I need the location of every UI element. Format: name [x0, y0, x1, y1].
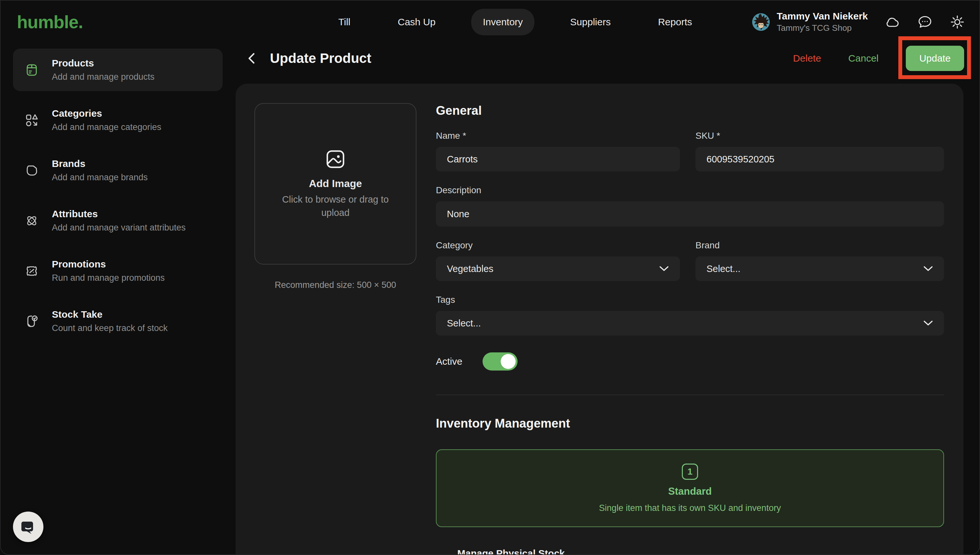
- user-name: Tammy Van Niekerk: [777, 11, 868, 22]
- sidebar-item-label: Promotions: [52, 259, 165, 270]
- page-header: Update Product Delete Cancel Update: [235, 44, 965, 73]
- sidebar-item-label: Products: [52, 58, 155, 69]
- general-heading: General: [436, 104, 944, 118]
- sidebar-item-promotions[interactable]: Promotions Run and manage promotions: [13, 250, 223, 292]
- description-input[interactable]: None: [436, 201, 944, 226]
- update-button[interactable]: Update: [906, 46, 964, 71]
- section-divider: [436, 395, 944, 395]
- chevron-down-icon: [659, 266, 669, 272]
- recommended-size-hint: Recommended size: 500 × 500: [255, 280, 416, 290]
- tags-select[interactable]: Select...: [436, 311, 944, 335]
- cancel-button[interactable]: Cancel: [849, 53, 879, 64]
- sidebar-item-desc: Count and keep track of stock: [52, 323, 168, 333]
- page-title: Update Product: [270, 51, 372, 66]
- products-box-icon: [25, 63, 39, 77]
- sidebar-item-desc: Add and manage brands: [52, 172, 148, 183]
- chat-smile-icon: [19, 518, 37, 536]
- sidebar-item-products[interactable]: Products Add and manage products: [13, 49, 223, 91]
- cloud-icon[interactable]: [885, 14, 900, 30]
- delete-button[interactable]: Delete: [793, 53, 821, 64]
- image-placeholder-icon: [325, 149, 346, 170]
- sidebar-item-label: Brands: [52, 158, 148, 169]
- nav-tab-cash-up[interactable]: Cash Up: [386, 9, 447, 35]
- brand-select[interactable]: Select...: [695, 257, 944, 281]
- category-select[interactable]: Vegetables: [436, 257, 680, 281]
- sidebar-item-categories[interactable]: Categories Add and manage categories: [13, 99, 223, 141]
- single-item-icon: 1: [682, 464, 698, 480]
- nav-tab-till[interactable]: Till: [327, 9, 362, 35]
- sidebar-item-desc: Add and manage variant attributes: [52, 223, 186, 233]
- category-value: Vegetables: [447, 263, 493, 274]
- inventory-mode-standard-card[interactable]: 1 Standard Single item that has its own …: [436, 449, 944, 527]
- brand-tag-icon: [25, 164, 39, 178]
- manage-physical-stock-label: Manage Physical Stock: [457, 548, 742, 555]
- sku-label: SKU *: [695, 131, 944, 141]
- humble-logo: humble.: [17, 0, 83, 44]
- user-cluster: Tammy Van Niekerk Tammy's TCG Shop: [752, 0, 965, 44]
- sidebar-item-desc: Run and manage promotions: [52, 273, 165, 283]
- sidebar-item-label: Stock Take: [52, 309, 168, 320]
- description-label: Description: [436, 185, 944, 196]
- name-label: Name *: [436, 131, 680, 141]
- sidebar-item-label: Attributes: [52, 209, 186, 220]
- atom-icon: [25, 213, 39, 228]
- main-nav: Till Cash Up Inventory Suppliers Reports: [327, 0, 703, 44]
- user-org: Tammy's TCG Shop: [777, 23, 868, 33]
- nav-tab-reports[interactable]: Reports: [646, 9, 703, 35]
- nav-tab-inventory[interactable]: Inventory: [471, 9, 535, 35]
- product-form: General Name * SKU * Description None Ca…: [436, 104, 944, 555]
- update-product-panel: Add Image Click to browse or drag to upl…: [235, 83, 964, 555]
- sidebar: Products Add and manage products Categor…: [0, 49, 235, 350]
- sidebar-item-desc: Add and manage categories: [52, 122, 162, 132]
- sidebar-item-label: Categories: [52, 108, 162, 119]
- name-input[interactable]: [436, 147, 680, 172]
- stock-take-clipboard-icon: [25, 314, 39, 329]
- category-label: Category: [436, 240, 680, 250]
- top-bar: humble. Till Cash Up Inventory Suppliers…: [0, 0, 980, 44]
- chevron-down-icon: [923, 320, 933, 326]
- manage-physical-stock-row: Manage Physical Stock If enabled, the pr…: [436, 548, 944, 555]
- brand-label: Brand: [695, 240, 944, 250]
- shapes-icon: [25, 113, 39, 127]
- gear-icon[interactable]: [950, 14, 965, 30]
- toggle-knob: [501, 354, 516, 369]
- user-menu[interactable]: Tammy Van Niekerk Tammy's TCG Shop: [752, 11, 868, 33]
- sidebar-item-brands[interactable]: Brands Add and manage brands: [13, 149, 223, 192]
- nav-tab-suppliers[interactable]: Suppliers: [558, 9, 622, 35]
- back-chevron-icon[interactable]: [245, 51, 258, 66]
- image-upload-column: Add Image Click to browse or drag to upl…: [255, 103, 416, 290]
- promo-ticket-icon: [25, 264, 39, 278]
- inventory-management-heading: Inventory Management: [436, 417, 944, 430]
- sidebar-item-stock-take[interactable]: Stock Take Count and keep track of stock: [13, 300, 223, 342]
- sidebar-item-attributes[interactable]: Attributes Add and manage variant attrib…: [13, 199, 223, 242]
- chevron-down-icon: [923, 266, 933, 272]
- sidebar-item-desc: Add and manage products: [52, 72, 155, 82]
- tags-value: Select...: [447, 318, 481, 329]
- add-image-dropzone[interactable]: Add Image Click to browse or drag to upl…: [255, 103, 416, 265]
- sku-input[interactable]: [695, 147, 944, 172]
- active-toggle[interactable]: [482, 352, 517, 371]
- tags-label: Tags: [436, 295, 944, 305]
- avatar: [752, 13, 770, 31]
- add-image-subtitle: Click to browse or drag to upload: [274, 193, 397, 219]
- add-image-title: Add Image: [309, 178, 362, 190]
- inventory-mode-title: Standard: [668, 486, 712, 497]
- inventory-mode-desc: Single item that has its own SKU and inv…: [599, 503, 781, 513]
- chat-bubble-icon[interactable]: [917, 14, 933, 30]
- active-label: Active: [436, 356, 463, 367]
- header-actions: Delete Cancel Update: [793, 44, 964, 73]
- brand-value: Select...: [706, 263, 740, 274]
- support-chat-launcher[interactable]: [13, 512, 43, 542]
